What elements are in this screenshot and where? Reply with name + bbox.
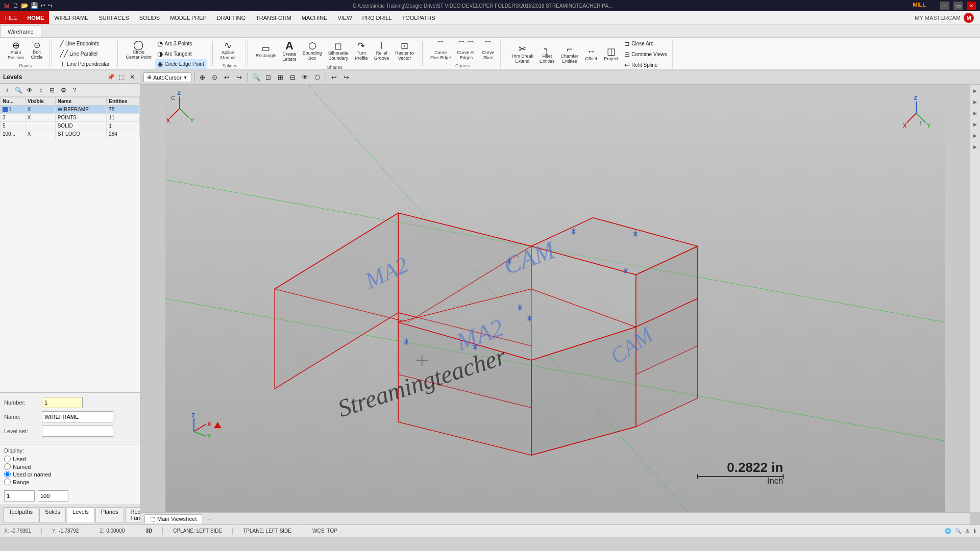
trim-break-btn[interactable]: ✂ Trim BreakExtend bbox=[508, 43, 536, 66]
levels-help-btn[interactable]: ? bbox=[69, 85, 80, 95]
col-visible[interactable]: Visible bbox=[25, 97, 55, 106]
tab-levels[interactable]: Levels bbox=[67, 507, 94, 522]
levelset-input[interactable] bbox=[42, 425, 113, 437]
levels-float-btn[interactable]: ⬚ bbox=[117, 72, 126, 82]
bolt-circle-btn[interactable]: ⊙ BoltCircle bbox=[28, 40, 46, 62]
menu-transform[interactable]: TRANSFORM bbox=[251, 11, 297, 24]
range-start-input[interactable] bbox=[4, 490, 35, 502]
level-row-3[interactable]: 3 X POINTS 11 bbox=[1, 114, 140, 122]
turn-profile-btn[interactable]: ↷ TurnProfile bbox=[352, 40, 371, 63]
create-letters-btn[interactable]: A CreateLetters bbox=[280, 39, 299, 64]
status-globe[interactable]: 🌐 bbox=[945, 528, 951, 534]
menu-file[interactable]: FILE bbox=[0, 11, 22, 24]
bounding-box-btn[interactable]: ⬡ BoundingBox bbox=[300, 40, 325, 63]
vp-btn-5[interactable]: 🔍 bbox=[251, 72, 262, 83]
menu-prodrill[interactable]: PRO DRILL bbox=[357, 11, 397, 24]
radio-used-input[interactable] bbox=[4, 456, 11, 462]
arc-3points-btn[interactable]: ◔ Arc 3 Points bbox=[155, 39, 206, 48]
arc-tangent-btn[interactable]: ◑ Arc Tangent bbox=[155, 49, 206, 59]
qa-save[interactable]: 💾 bbox=[31, 2, 38, 9]
radio-used[interactable]: Used bbox=[4, 456, 136, 462]
level-row-1[interactable]: 1 X WIREFRAME 78 bbox=[1, 106, 140, 114]
close-arc-btn[interactable]: ⊐ Close Arc bbox=[622, 39, 669, 48]
qa-open[interactable]: 📂 bbox=[21, 2, 29, 9]
viewsheet-tab-main[interactable]: ⬚ Main Viewsheet bbox=[144, 514, 202, 523]
tab-toolpaths[interactable]: Toolpaths bbox=[3, 507, 38, 522]
menu-modelprep[interactable]: MODEL PREP bbox=[165, 11, 212, 24]
vp-btn-8[interactable]: ⊟ bbox=[287, 72, 299, 83]
right-btn-5[interactable]: ▶ bbox=[971, 132, 979, 140]
line-parallel-btn[interactable]: ╱╱ Line Parallel bbox=[57, 49, 100, 59]
status-search[interactable]: 🔍 bbox=[955, 528, 961, 534]
right-btn-6[interactable]: ▶ bbox=[971, 143, 979, 151]
levels-filter-btn[interactable]: ⊟ bbox=[47, 85, 57, 95]
chamfer-btn[interactable]: ⌐ ChamferEntities bbox=[558, 43, 581, 66]
fillet-btn[interactable]: ╮ FilletEntities bbox=[537, 43, 557, 66]
vp-btn-11[interactable]: ↩ bbox=[329, 72, 340, 83]
status-info[interactable]: ℹ bbox=[974, 528, 976, 534]
level-row-5[interactable]: 5 SOLID 1 bbox=[1, 122, 140, 130]
levels-close-btn[interactable]: ✕ bbox=[128, 72, 137, 82]
tab-planes[interactable]: Planes bbox=[95, 507, 124, 522]
levels-add-btn[interactable]: + bbox=[2, 85, 12, 95]
menu-machine[interactable]: MACHINE bbox=[297, 11, 333, 24]
col-name[interactable]: Name bbox=[55, 97, 107, 106]
circle-center-btn[interactable]: ◯ CircleCenter Point bbox=[123, 39, 154, 62]
menu-toolpaths[interactable]: TOOLPATHS bbox=[397, 11, 440, 24]
vp-btn-10[interactable]: ⬡ bbox=[312, 72, 323, 83]
menu-solids[interactable]: SOLIDS bbox=[134, 11, 165, 24]
levels-cfg-btn[interactable]: ⚙ bbox=[58, 85, 68, 95]
tab-recent[interactable]: Recent Func... bbox=[125, 507, 140, 522]
levels-sort-btn[interactable]: ↕ bbox=[36, 85, 46, 95]
vp-btn-7[interactable]: ⊞ bbox=[275, 72, 286, 83]
close-button[interactable]: ✕ bbox=[967, 2, 976, 10]
viewport[interactable]: ⊕ AutoCursor ▼ ⊕ ⊙ ↩ ↪ 🔍 ⊡ ⊞ ⊟ 👁 ⬡ ↩ ↪ bbox=[140, 70, 980, 524]
levels-search-btn[interactable]: 🔍 bbox=[13, 85, 23, 95]
col-num[interactable]: Nu... bbox=[1, 97, 26, 106]
vp-btn-12[interactable]: ↪ bbox=[341, 72, 352, 83]
radio-usedornamed-input[interactable] bbox=[4, 471, 11, 478]
levels-pin-btn[interactable]: 📌 bbox=[106, 72, 115, 82]
vp-btn-4[interactable]: ↪ bbox=[234, 72, 245, 83]
menu-home[interactable]: HOME bbox=[22, 11, 49, 24]
levels-visible-btn[interactable]: 👁 bbox=[24, 85, 35, 95]
radio-named-input[interactable] bbox=[4, 463, 11, 470]
raster-vector-btn[interactable]: ⊡ Raster toVector bbox=[393, 40, 416, 63]
vp-btn-1[interactable]: ⊕ bbox=[197, 72, 208, 83]
autocursor-dropdown[interactable]: ▼ bbox=[183, 75, 188, 80]
spline-manual-btn[interactable]: ∿ SplineManual bbox=[218, 39, 238, 62]
curve-all-edges-btn[interactable]: ⌒⌒ Curve AllEdges bbox=[454, 39, 478, 62]
range-end-input[interactable] bbox=[38, 490, 68, 502]
menu-drafting[interactable]: DRAFTING bbox=[212, 11, 251, 24]
curve-one-edge-btn[interactable]: ⌒ CurveOne Edge bbox=[428, 39, 454, 62]
menu-wireframe[interactable]: WIREFRAME bbox=[49, 11, 93, 24]
ribbon-tab-active[interactable]: Wireframe bbox=[0, 25, 41, 37]
col-entities[interactable]: Entities bbox=[107, 97, 140, 106]
menu-view[interactable]: VIEW bbox=[333, 11, 357, 24]
offset-btn[interactable]: ↔ Offset bbox=[582, 45, 600, 63]
qa-new[interactable]: 🗋 bbox=[13, 2, 19, 9]
point-position-btn[interactable]: ⊕ PointPosition bbox=[5, 39, 27, 62]
name-input[interactable] bbox=[42, 411, 113, 422]
radio-range[interactable]: Range bbox=[4, 479, 136, 485]
relief-groove-btn[interactable]: ⌇ ReliefGroove bbox=[372, 40, 392, 63]
circle-edge-btn[interactable]: ◉ Circle Edge Point bbox=[155, 59, 206, 69]
rectangle-btn[interactable]: ▭ Rectangle bbox=[253, 42, 279, 60]
right-btn-3[interactable]: ▶ bbox=[971, 109, 979, 117]
line-perpendicular-btn[interactable]: ⊥ Line Perpendicular bbox=[57, 59, 112, 69]
silhouette-btn[interactable]: ◻ SilhouetteBoundary bbox=[326, 40, 351, 63]
radio-used-or-named[interactable]: Used or named bbox=[4, 471, 136, 478]
vp-btn-3[interactable]: ↩ bbox=[222, 72, 233, 83]
refit-spline-btn[interactable]: ↩ Refit Spline bbox=[622, 60, 669, 69]
right-btn-1[interactable]: ▶ bbox=[971, 87, 979, 95]
right-btn-2[interactable]: ▶ bbox=[971, 98, 979, 106]
line-endpoints-btn[interactable]: ╱ Line Endpoints bbox=[57, 39, 102, 48]
restore-button[interactable]: ▭ bbox=[953, 2, 963, 10]
level-row-100[interactable]: 100... X ST LOGO 284 bbox=[1, 130, 140, 138]
minimize-button[interactable]: ─ bbox=[940, 2, 949, 10]
combine-views-btn[interactable]: ⊟ Combine Views bbox=[622, 49, 669, 59]
radio-range-input[interactable] bbox=[4, 479, 11, 485]
tab-solids[interactable]: Solids bbox=[39, 507, 66, 522]
vp-btn-2[interactable]: ⊙ bbox=[209, 72, 220, 83]
radio-named[interactable]: Named bbox=[4, 463, 136, 470]
